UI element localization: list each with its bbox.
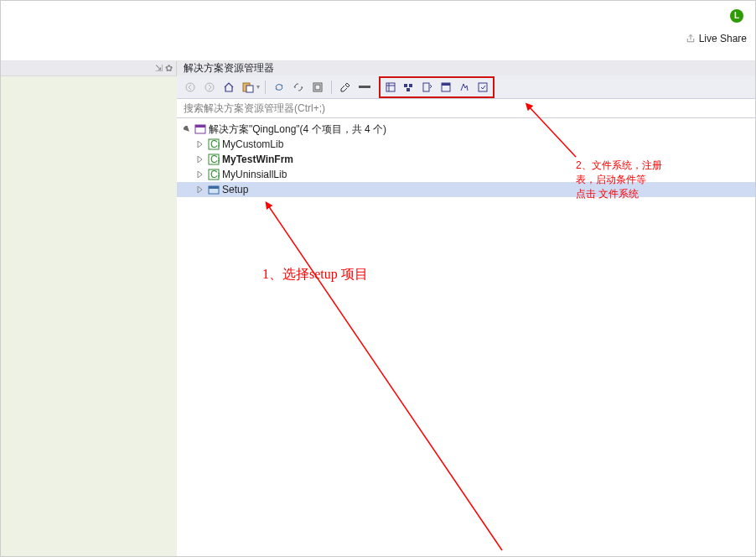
ui-editor-button[interactable] <box>438 79 454 96</box>
forward-button[interactable] <box>201 79 218 96</box>
setup-project-icon <box>208 184 220 195</box>
live-share-label: Live Share <box>699 33 747 44</box>
expander-icon[interactable] <box>195 139 205 149</box>
tree-item-label: Setup <box>222 184 248 195</box>
setup-editors-highlight <box>379 76 495 98</box>
tree-item-label: MyCustomLib <box>222 138 283 150</box>
tree-item[interactable]: C#MyCustomLib <box>177 137 755 152</box>
svg-rect-5 <box>315 85 320 90</box>
svg-rect-14 <box>479 83 487 91</box>
dropdown-caret-icon[interactable]: ▾ <box>256 83 260 91</box>
svg-rect-7 <box>386 83 395 91</box>
svg-rect-6 <box>359 86 370 88</box>
svg-text:C#: C# <box>210 138 220 150</box>
svg-text:C#: C# <box>210 169 220 180</box>
left-panel-header: ⇲ ✿ <box>1 61 176 75</box>
svg-point-0 <box>186 83 194 91</box>
collapse-all-button[interactable] <box>309 79 326 96</box>
live-share-icon <box>686 34 696 44</box>
title-bar: L Live Share <box>1 1 755 61</box>
tree-item-label: MyUninsiallLib <box>222 169 287 180</box>
launch-conditions-editor-button[interactable] <box>474 79 491 96</box>
left-panel-body <box>1 75 177 556</box>
solution-label: 解决方案"QingLong"(4 个项目，共 4 个) <box>209 122 386 137</box>
svg-rect-8 <box>404 84 407 87</box>
csharp-project-icon: C# <box>208 169 220 180</box>
solution-view-button[interactable] <box>240 79 256 96</box>
back-button[interactable] <box>182 79 199 96</box>
tree-item-label: MyTestWinFrm <box>222 154 293 165</box>
show-all-files-button[interactable] <box>356 79 373 96</box>
pin-icon[interactable]: ⇲ <box>155 64 163 73</box>
svg-rect-10 <box>406 88 410 91</box>
refresh-button[interactable] <box>290 79 307 96</box>
svg-rect-11 <box>423 83 429 91</box>
home-button[interactable] <box>220 79 237 96</box>
solution-tree: 解决方案"QingLong"(4 个项目，共 4 个) C#MyCustomLi… <box>177 118 755 200</box>
gear-icon[interactable]: ✿ <box>165 64 173 73</box>
expander-icon[interactable] <box>195 169 205 180</box>
registry-editor-button[interactable] <box>401 79 417 96</box>
svg-rect-16 <box>195 125 205 128</box>
sync-button[interactable] <box>271 79 287 96</box>
solution-icon <box>194 123 206 135</box>
expander-icon[interactable] <box>195 154 205 164</box>
file-types-editor-button[interactable] <box>419 79 436 96</box>
solution-explorer-search[interactable]: 搜索解决方案资源管理器(Ctrl+;) <box>177 99 755 118</box>
svg-rect-13 <box>442 83 450 86</box>
file-system-editor-button[interactable] <box>382 79 399 96</box>
csharp-project-icon: C# <box>208 154 220 165</box>
expander-icon[interactable] <box>195 185 205 195</box>
expander-icon[interactable] <box>182 124 192 134</box>
solution-explorer-toolbar: ▾ <box>177 75 755 99</box>
properties-button[interactable] <box>337 79 354 96</box>
tree-item[interactable]: C#MyTestWinFrm <box>177 152 755 167</box>
svg-point-1 <box>205 83 214 91</box>
svg-rect-3 <box>246 86 253 92</box>
left-docked-panel: ⇲ ✿ <box>1 61 177 556</box>
solution-explorer-panel: 解决方案资源管理器 ▾ 搜索解决方案资源管理器(Ctrl+;) <box>177 61 755 556</box>
solution-explorer-title: 解决方案资源管理器 <box>177 61 755 75</box>
svg-text:C#: C# <box>210 154 220 165</box>
tree-item[interactable]: Setup <box>177 182 755 197</box>
user-avatar-badge[interactable]: L <box>730 9 743 23</box>
custom-actions-editor-button[interactable] <box>456 79 473 96</box>
separator <box>331 81 332 94</box>
tree-item[interactable]: C#MyUninsiallLib <box>177 167 755 182</box>
solution-node[interactable]: 解决方案"QingLong"(4 个项目，共 4 个) <box>177 122 755 137</box>
svg-rect-24 <box>209 186 219 189</box>
separator <box>265 81 266 94</box>
csharp-project-icon: C# <box>208 138 220 150</box>
live-share-button[interactable]: Live Share <box>686 33 747 44</box>
svg-rect-9 <box>409 84 412 87</box>
